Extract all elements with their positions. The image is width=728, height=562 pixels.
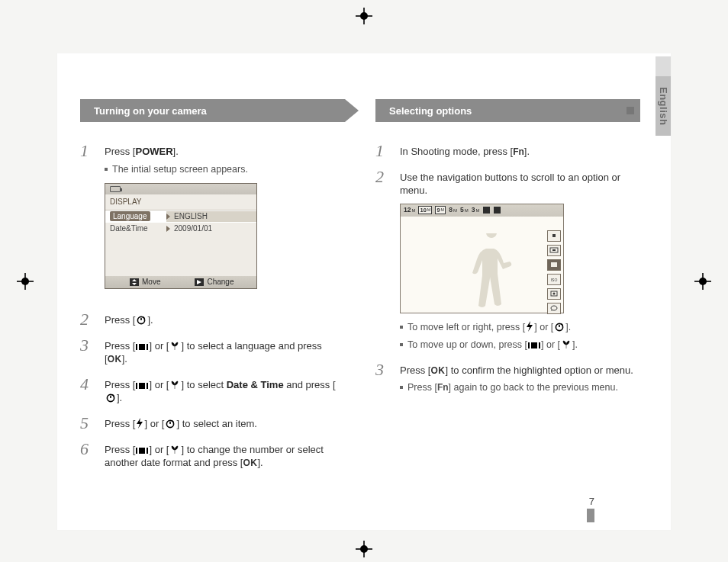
lcd-title: DISPLAY (105, 194, 256, 210)
svg-rect-29 (137, 447, 139, 454)
registration-mark-icon (694, 273, 711, 290)
side-icons: ISO (547, 230, 561, 314)
step-3: 3 Press [] or [] to select a language an… (80, 338, 345, 366)
step-5: 5 Press [] or [] to select an item. (80, 416, 345, 431)
updown-key-icon (130, 278, 139, 286)
svg-marker-12 (132, 279, 137, 281)
shooting-mode-screen: 12M 10M 9M 8M 5M 3M SIZE (400, 204, 564, 313)
lcd-row-language: Language ENGLISH (105, 210, 256, 223)
chevron-right-icon (166, 226, 170, 232)
svg-point-11 (360, 545, 368, 553)
display-icon (527, 342, 541, 349)
chevron-right-icon (166, 214, 170, 220)
svg-marker-25 (137, 418, 143, 429)
battery-icon (110, 186, 121, 192)
bullet-icon (105, 168, 108, 171)
fn-icon: Fn (437, 382, 449, 393)
svg-rect-43 (537, 342, 539, 349)
svg-point-37 (553, 293, 556, 295)
metering-icon (547, 245, 561, 256)
bullet-icon (400, 326, 403, 329)
svg-rect-31 (552, 234, 556, 237)
svg-text:ISO: ISO (551, 278, 558, 282)
page-tab-icon (587, 509, 594, 522)
svg-rect-34 (551, 262, 557, 267)
iso-icon: ISO (547, 274, 561, 285)
drive-icon (547, 303, 561, 314)
step-r3: 3 Press [OK] to confirm the highlighted … (375, 362, 640, 394)
macro-icon (169, 381, 181, 390)
display-setup-screen: DISPLAY Language ENGLISH Date&Time 2009/… (105, 183, 257, 289)
svg-rect-21 (137, 382, 139, 390)
step-1: 1 Press [POWER]. The intial setup screen… (80, 143, 345, 301)
flash-icon (525, 321, 534, 332)
lcd-row-datetime: Date&Time 2009/01/01 (105, 223, 256, 235)
section-heading-left: Turning on your camera (80, 99, 345, 122)
registration-mark-icon (356, 541, 372, 557)
timer-icon (164, 418, 176, 429)
language-tab: English (656, 76, 671, 136)
bullet-icon (400, 386, 403, 389)
person-silhouette-icon (469, 233, 514, 310)
timer-icon (553, 321, 565, 332)
timer-icon (135, 314, 147, 325)
svg-rect-42 (530, 342, 531, 349)
flash-icon (135, 418, 144, 429)
wb-icon (547, 288, 561, 300)
macro-icon (560, 340, 572, 349)
registration-mark-icon (17, 273, 34, 290)
ok-icon: OK (243, 458, 257, 468)
display-icon (135, 382, 149, 390)
step-sub-text: The intial setup screen appears. (112, 163, 248, 176)
registration-mark-icon (356, 8, 372, 24)
display-icon (135, 447, 149, 454)
step-2: 2 Press []. (80, 312, 345, 327)
manual-page: English Turning on your camera 1 Press [… (57, 53, 671, 530)
size-option-bar: 12M 10M 9M 8M 5M 3M (401, 204, 563, 217)
svg-rect-22 (145, 382, 147, 390)
svg-rect-19 (145, 343, 147, 351)
step-r2: 2 Use the navigation buttons to scroll t… (375, 169, 640, 352)
section-end-icon (627, 107, 634, 114)
step-4: 4 Press [] or [] to select Date & Time a… (80, 377, 345, 405)
right-key-icon (195, 278, 204, 286)
macro-icon (169, 342, 181, 351)
left-column: Turning on your camera 1 Press [POWER]. … (80, 99, 345, 480)
right-column: Selecting options 1 In Shooting mode, pr… (375, 99, 640, 480)
bullet-icon (400, 343, 403, 346)
svg-marker-13 (132, 283, 137, 285)
size-square-icon (494, 207, 501, 214)
step-6: 6 Press [] or [] to change the number or… (80, 442, 345, 470)
svg-rect-33 (552, 249, 556, 251)
ok-icon: OK (108, 354, 122, 364)
ok-icon: OK (430, 365, 445, 376)
step-r1: 1 In Shooting mode, press [Fn]. (375, 143, 640, 159)
svg-point-8 (699, 278, 707, 285)
svg-rect-18 (137, 343, 139, 351)
display-icon (135, 343, 149, 351)
datetime-label: Date & Time (227, 379, 284, 390)
macro-icon (169, 445, 181, 454)
section-heading-right: Selecting options (375, 99, 640, 122)
svg-marker-14 (197, 280, 201, 284)
svg-point-2 (360, 12, 368, 20)
selected-option-icon (547, 259, 561, 271)
svg-point-5 (21, 278, 29, 285)
fn-icon: Fn (513, 146, 524, 157)
svg-marker-38 (527, 321, 533, 332)
power-label: POWER (135, 146, 172, 157)
svg-rect-30 (145, 447, 147, 454)
size-square-icon (483, 207, 490, 214)
step-text: Press [ (105, 146, 135, 157)
quality-icon (547, 230, 561, 242)
timer-icon (105, 392, 117, 403)
page-number: 7 (589, 496, 594, 507)
